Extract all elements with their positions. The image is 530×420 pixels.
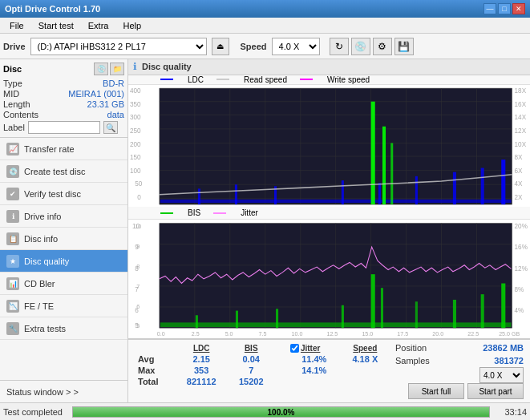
svg-text:4X: 4X [515, 180, 524, 188]
status-window-nav[interactable]: Status window > > [0, 380, 127, 402]
write-speed-legend-color [300, 79, 313, 80]
svg-text:400: 400 [130, 87, 141, 95]
svg-rect-89 [415, 302, 418, 329]
nav-disc-quality-label: Disc quality [24, 256, 69, 266]
start-full-button[interactable]: Start full [408, 383, 464, 399]
avg-bis: 0.04 [228, 353, 273, 365]
svg-text:7: 7 [136, 283, 140, 290]
svg-rect-83 [196, 316, 198, 329]
read-speed-legend-label: Read speed [244, 75, 287, 84]
disc-section: Disc 💿 📁 Type BD-R MID MEIRA1 (001) Leng… [0, 59, 127, 138]
svg-text:2.5: 2.5 [192, 330, 200, 337]
disc-btn-1[interactable]: 💿 [94, 63, 108, 75]
disc-icons: 💿 📁 [94, 63, 124, 75]
drive-select[interactable]: (D:) ATAPI iHBS312 2 PL17 [30, 38, 207, 55]
nav-create-test-disc-label: Create test disc [24, 167, 85, 176]
chart-header-icon: ℹ [133, 61, 137, 72]
svg-text:6X: 6X [515, 167, 524, 174]
svg-text:4%: 4% [515, 306, 524, 315]
nav-fe-te[interactable]: 📉 FE / TE [0, 295, 127, 317]
nav-disc-quality[interactable]: ★ Disc quality [0, 250, 127, 273]
verify-test-disc-icon: ✔ [6, 188, 19, 200]
svg-rect-86 [342, 305, 344, 328]
svg-text:10.0: 10.0 [291, 330, 302, 337]
position-label: Position [395, 343, 427, 353]
svg-text:0: 0 [137, 193, 141, 200]
speed-dropdown[interactable]: 4.0 X [479, 367, 524, 383]
disc-label-row: Label 🔍 [3, 121, 124, 134]
disc-mid-row: MID MEIRA1 (001) [3, 89, 124, 99]
svg-text:2.5: 2.5 [192, 205, 200, 207]
disc-header-label: Disc [3, 64, 22, 74]
fe-te-icon: 📉 [6, 300, 19, 313]
upper-chart-container: 400 350 300 250 200 150 100 50 0 18X 16X… [128, 85, 530, 208]
svg-text:350: 350 [130, 100, 141, 107]
nav-extra-tests[interactable]: 🔧 Extra tests [0, 317, 127, 340]
contents-label: Contents [3, 110, 38, 119]
nav-cd-bler-label: CD Bler [24, 279, 55, 289]
stats-bar: LDC BIS Jitter Speed Avg 2.1 [128, 339, 530, 402]
lower-chart-legend: BIS Jitter [128, 207, 530, 220]
jitter-legend-label: Jitter [241, 208, 258, 217]
svg-text:9: 9 [136, 243, 140, 250]
ldc-header: LDC [175, 343, 229, 353]
speed-select[interactable]: 4.0 X [272, 38, 320, 55]
menu-start-test[interactable]: Start test [32, 19, 80, 32]
menu-file[interactable]: File [3, 19, 30, 32]
save-icon[interactable]: 💾 [394, 38, 414, 55]
menu-help[interactable]: Help [116, 19, 148, 32]
refresh-icon[interactable]: ↻ [330, 38, 349, 55]
jitter-checkbox[interactable] [290, 344, 299, 353]
length-label: Length [3, 99, 30, 109]
samples-label: Samples [395, 356, 430, 365]
svg-text:2X: 2X [515, 193, 524, 200]
time-display: 33:14 [495, 407, 527, 417]
minimize-button[interactable]: — [483, 3, 496, 14]
svg-rect-27 [378, 183, 381, 204]
stats-avg-row: Avg 2.15 0.04 11.4% 4.18 X [135, 353, 389, 365]
label-input[interactable] [28, 121, 100, 134]
svg-rect-34 [390, 143, 393, 204]
stats-max-row: Max 353 7 14.1% [135, 365, 389, 376]
nav-drive-info[interactable]: ℹ Drive info [0, 205, 127, 228]
svg-text:250: 250 [130, 127, 141, 135]
main-layout: Disc 💿 📁 Type BD-R MID MEIRA1 (001) Leng… [0, 59, 530, 402]
chart-header: ℹ Disc quality [128, 59, 530, 75]
progress-text: 100.0% [268, 407, 295, 416]
menu-extra[interactable]: Extra [82, 19, 115, 32]
disc-icon[interactable]: 💿 [351, 38, 370, 55]
lower-chart-svg: 10 9 8 7 6 5 10 9 8 7 6 5 20% [128, 220, 530, 338]
svg-rect-33 [382, 126, 386, 204]
svg-text:50: 50 [135, 180, 143, 188]
svg-rect-91 [481, 294, 484, 328]
max-speed-label [342, 365, 389, 376]
status-text: Test completed [3, 407, 67, 417]
svg-text:14X: 14X [515, 114, 527, 121]
maximize-button[interactable]: □ [498, 3, 511, 14]
close-button[interactable]: ✕ [512, 3, 525, 14]
label-edit-button[interactable]: 🔍 [103, 121, 118, 134]
upper-chart-wrapper: LDC Read speed Write speed [128, 75, 530, 208]
svg-rect-26 [342, 180, 344, 204]
upper-chart-svg: 400 350 300 250 200 150 100 50 0 18X 16X… [128, 85, 530, 208]
type-label: Type [3, 79, 22, 88]
nav-create-test-disc[interactable]: 💿 Create test disc [0, 160, 127, 183]
bis-header: BIS [228, 343, 273, 353]
eject-button[interactable]: ⏏ [212, 38, 229, 55]
nav-verify-test-disc[interactable]: ✔ Verify test disc [0, 183, 127, 205]
svg-text:8X: 8X [515, 154, 524, 161]
nav-transfer-rate[interactable]: 📈 Transfer rate [0, 138, 127, 160]
svg-text:12.5: 12.5 [326, 330, 338, 337]
app-title: Opti Drive Control 1.70 [5, 4, 100, 14]
svg-text:16X: 16X [515, 100, 527, 107]
stats-right: Position 23862 MB Samples 381372 4.0 X S… [395, 343, 524, 399]
start-part-button[interactable]: Start part [467, 383, 524, 399]
svg-text:22.5: 22.5 [467, 205, 479, 207]
svg-text:25.0 GB: 25.0 GB [499, 330, 520, 337]
nav-disc-info[interactable]: 📋 Disc info [0, 228, 127, 250]
svg-text:6: 6 [136, 303, 140, 310]
settings-icon[interactable]: ⚙ [373, 38, 392, 55]
nav-cd-bler[interactable]: 📊 CD Bler [0, 273, 127, 295]
svg-rect-88 [381, 289, 383, 329]
disc-btn-2[interactable]: 📁 [110, 63, 124, 75]
